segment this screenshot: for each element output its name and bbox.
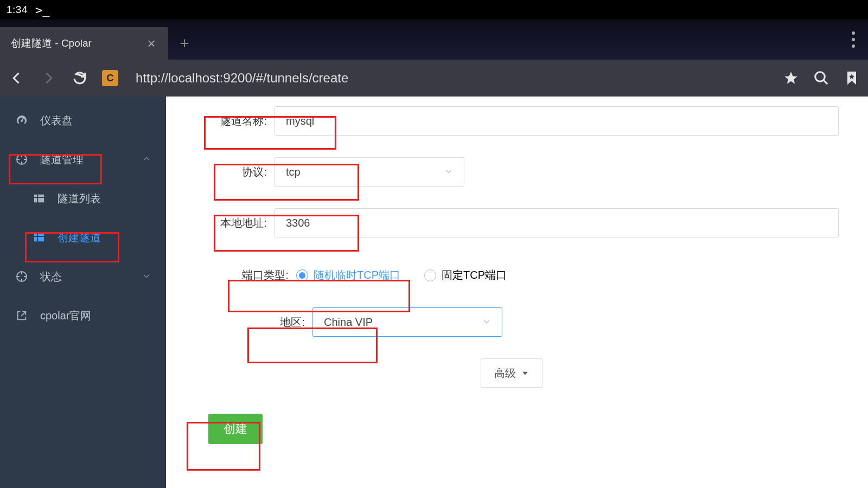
- new-tab-button[interactable]: +: [168, 27, 201, 60]
- star-icon[interactable]: [782, 69, 800, 87]
- create-button[interactable]: 创建: [208, 414, 263, 444]
- form-row-protocol: 协议: tcp: [199, 157, 851, 187]
- sidebar-item-dashboard[interactable]: 仪表盘: [0, 101, 166, 140]
- sidebar-item-tunnel-mgmt[interactable]: 隧道管理: [0, 140, 166, 179]
- sidebar: 仪表盘 隧道管理 隧道列表 创建隧道: [0, 97, 166, 488]
- reload-button[interactable]: [71, 69, 89, 87]
- region-label: 地区:: [237, 315, 312, 330]
- main-content: 隧道名称: 协议: tcp 本地地址: 端口类型: 随机临时TC: [166, 97, 868, 488]
- tunnel-name-label: 隧道名称:: [199, 114, 275, 129]
- radio-label: 固定TCP端口: [442, 268, 507, 282]
- browser-toolbar: C http://localhost:9200/#/tunnels/create: [0, 60, 868, 97]
- protocol-label: 协议:: [199, 165, 275, 179]
- advanced-button[interactable]: 高级: [481, 358, 542, 388]
- gauge-icon: [15, 114, 28, 127]
- protocol-select[interactable]: tcp: [275, 157, 464, 187]
- chevron-down-icon: [482, 316, 491, 329]
- close-icon[interactable]: ×: [145, 37, 157, 49]
- target-icon: [15, 270, 28, 283]
- chevron-down-icon: [444, 166, 453, 178]
- radio-fixed-port[interactable]: 固定TCP端口: [424, 268, 507, 282]
- caret-down-icon: [521, 367, 529, 380]
- form-row-region: 地区: China VIP: [199, 307, 851, 337]
- table-icon: [33, 231, 46, 244]
- status-time: 1:34: [7, 4, 28, 16]
- sidebar-item-label: 创建隧道: [58, 230, 101, 245]
- target-icon: [15, 153, 28, 166]
- sidebar-item-label: 隧道列表: [58, 191, 101, 206]
- radio-label: 随机临时TCP端口: [314, 268, 400, 282]
- region-value: China VIP: [324, 316, 373, 329]
- site-badge-icon: C: [102, 70, 118, 86]
- advanced-label: 高级: [494, 366, 516, 381]
- external-link-icon: [15, 309, 28, 322]
- local-addr-label: 本地地址:: [199, 216, 275, 230]
- port-type-radio-group: 随机临时TCP端口 固定TCP端口: [296, 268, 507, 282]
- page-body: 仪表盘 隧道管理 隧道列表 创建隧道: [0, 97, 868, 488]
- svg-rect-4: [34, 195, 44, 203]
- region-select[interactable]: China VIP: [312, 307, 502, 337]
- port-type-label: 端口类型:: [220, 268, 296, 282]
- chevron-up-icon: [142, 153, 151, 166]
- sidebar-item-cpolar-site[interactable]: cpolar官网: [0, 296, 166, 335]
- local-addr-input[interactable]: [275, 208, 839, 237]
- form-row-local-addr: 本地地址:: [199, 208, 851, 237]
- form-row-advanced: 高级: [199, 358, 851, 388]
- tunnel-name-input[interactable]: [275, 106, 839, 136]
- tab-title: 创建隧道 - Cpolar: [11, 36, 145, 50]
- browser-tab-active[interactable]: 创建隧道 - Cpolar ×: [0, 27, 168, 60]
- back-button[interactable]: [8, 69, 26, 87]
- search-icon[interactable]: [813, 69, 830, 87]
- sidebar-item-label: 仪表盘: [40, 113, 73, 128]
- sidebar-item-label: cpolar官网: [40, 309, 91, 323]
- bookmark-icon[interactable]: [843, 69, 860, 87]
- sidebar-item-tunnel-list[interactable]: 隧道列表: [0, 179, 166, 218]
- radio-icon: [296, 269, 308, 281]
- form-row-port-type: 端口类型: 随机临时TCP端口 固定TCP端口: [199, 268, 851, 282]
- url-bar[interactable]: http://localhost:9200/#/tunnels/create: [131, 67, 769, 89]
- protocol-value: tcp: [286, 166, 301, 178]
- sidebar-item-create-tunnel[interactable]: 创建隧道: [0, 218, 166, 257]
- form-row-tunnel-name: 隧道名称:: [199, 106, 851, 136]
- android-status-bar: 1:34 >_: [0, 0, 868, 20]
- forward-button[interactable]: [39, 69, 58, 87]
- table-icon: [33, 192, 46, 205]
- sidebar-item-label: 状态: [40, 269, 62, 284]
- svg-rect-5: [34, 234, 44, 242]
- sidebar-item-label: 隧道管理: [40, 152, 84, 167]
- svg-point-0: [815, 72, 825, 82]
- radio-icon: [424, 269, 436, 281]
- browser-tabstrip: 创建隧道 - Cpolar × +: [0, 20, 868, 60]
- sidebar-item-status[interactable]: 状态: [0, 257, 166, 296]
- browser-menu-icon[interactable]: [852, 31, 855, 48]
- radio-random-port[interactable]: 随机临时TCP端口: [296, 268, 400, 282]
- chevron-down-icon: [142, 271, 151, 283]
- terminal-icon: >_: [35, 3, 50, 17]
